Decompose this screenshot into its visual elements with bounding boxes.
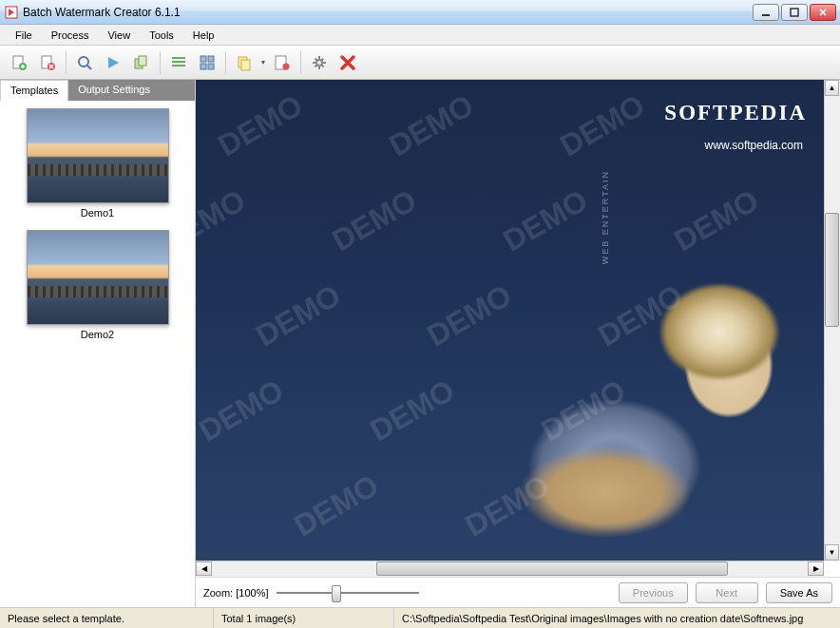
toolbar: ▼ [0,46,840,80]
svg-point-21 [316,60,322,66]
template-label: Demo1 [8,207,187,219]
toolbar-separator [225,51,226,74]
demo-watermark: DEMO [288,467,385,543]
preview-vertical-text: WEB ENTERTAIN [601,170,610,264]
statusbar: Please select a template. Total 1 image(… [0,607,840,628]
process-button[interactable] [100,49,126,76]
status-path: C:\Softpedia\Softpedia Test\Original ima… [394,608,840,628]
templates-list: Demo1 Demo2 [0,101,195,607]
template-thumbnail [27,230,169,325]
template-item[interactable]: Demo2 [8,230,187,340]
svg-rect-14 [208,56,214,62]
window-title: Batch Watermark Creator 6.1.1 [23,6,753,19]
template-label: Demo2 [8,329,187,340]
list-view-button[interactable] [165,49,192,76]
scroll-up-button[interactable]: ▲ [825,80,839,96]
zoom-label-text: Zoom: [203,587,233,599]
zoom-label: Zoom: [100%] [203,587,269,599]
tab-templates[interactable]: Templates [0,80,68,101]
main-area: Templates Output Settings Demo1 Demo2 SO… [0,80,840,607]
svg-rect-2 [791,9,798,16]
demo-watermark: DEMO [196,182,252,258]
bottom-controls: Zoom: [100%] Previous Next Save As [196,577,840,607]
next-button[interactable]: Next [696,582,758,603]
demo-watermark: DEMO [326,182,423,258]
scroll-left-button[interactable]: ◀ [196,561,212,576]
svg-rect-9 [139,56,146,66]
save-as-button[interactable]: Save As [766,582,832,603]
right-panel: SOFTPEDIA www.softpedia.com WEB ENTERTAI… [196,80,840,607]
demo-watermark: DEMO [668,182,765,258]
preview-brand-text: SOFTPEDIA [664,101,807,125]
preview-button[interactable] [71,49,98,76]
vertical-scroll-thumb[interactable] [825,213,839,327]
demo-watermark: DEMO [497,182,594,258]
svg-rect-1 [762,14,770,16]
scroll-right-button[interactable]: ▶ [808,561,824,576]
status-hint: Please select a template. [0,608,214,628]
svg-rect-18 [241,60,250,70]
thumbnail-view-button[interactable] [194,49,220,76]
minimize-button[interactable] [753,4,779,21]
svg-rect-12 [172,65,185,67]
slider-thumb[interactable] [332,585,341,602]
copy-button[interactable] [231,49,258,76]
status-count: Total 1 image(s) [214,608,394,628]
toolbar-separator [300,51,301,74]
horizontal-scrollbar[interactable]: ◀ ▶ [196,561,824,577]
edit-button[interactable] [269,49,296,76]
template-item[interactable]: Demo1 [8,108,187,219]
titlebar: Batch Watermark Creator 6.1.1 [0,0,840,25]
demo-watermark: DEMO [364,372,461,448]
tab-output-settings[interactable]: Output Settings [68,80,160,101]
menubar: File Process View Tools Help [0,25,840,46]
menu-view[interactable]: View [98,27,140,44]
svg-rect-11 [172,61,185,63]
demo-watermark: DEMO [212,87,309,163]
demo-watermark: DEMO [554,87,651,163]
menu-tools[interactable]: Tools [140,27,183,44]
zoom-value: [100%] [236,587,268,599]
demo-watermark: DEMO [383,87,480,163]
copy-dropdown[interactable]: ▼ [259,49,267,76]
left-panel: Templates Output Settings Demo1 Demo2 [0,80,196,607]
tabs-row: Templates Output Settings [0,80,195,101]
preview-url-text: www.softpedia.com [705,139,803,152]
close-button[interactable] [810,4,836,21]
slider-track [277,592,419,594]
preview-image: SOFTPEDIA www.softpedia.com WEB ENTERTAI… [196,80,824,561]
horizontal-scroll-thumb[interactable] [376,561,728,576]
menu-process[interactable]: Process [42,27,99,44]
scroll-down-button[interactable]: ▼ [825,544,839,561]
window-buttons [753,4,836,21]
demo-watermark: DEMO [250,277,347,353]
menu-file[interactable]: File [6,27,42,44]
template-thumbnail [27,108,169,203]
toolbar-separator [160,51,161,74]
svg-rect-13 [200,56,206,62]
previous-button[interactable]: Previous [619,582,688,603]
maximize-button[interactable] [781,4,808,21]
app-icon [4,5,19,20]
svg-rect-16 [208,64,214,69]
demo-watermark: DEMO [196,372,290,448]
svg-rect-10 [172,57,185,59]
settings-button[interactable] [306,49,333,76]
preview-figure-hair [643,273,795,391]
toolbar-separator [66,51,67,74]
add-file-button[interactable] [6,49,32,76]
svg-point-7 [79,57,88,67]
preview-area: SOFTPEDIA www.softpedia.com WEB ENTERTAI… [196,80,840,561]
svg-point-20 [283,63,290,69]
zoom-slider[interactable] [277,583,419,602]
delete-button[interactable] [334,49,361,76]
menu-help[interactable]: Help [183,27,224,44]
svg-rect-15 [200,64,206,69]
vertical-scrollbar[interactable]: ▲ ▼ [824,80,840,561]
batch-button[interactable] [128,49,155,76]
remove-file-button[interactable] [34,49,61,76]
